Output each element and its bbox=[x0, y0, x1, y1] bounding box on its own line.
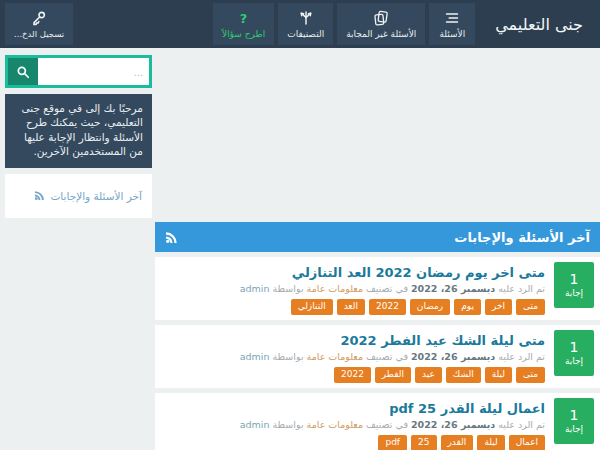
tag[interactable]: اخر bbox=[485, 299, 512, 315]
navbar: جنى التعليمي الأسئلة الأسئلة غير المجابة… bbox=[0, 0, 600, 48]
meta-date: ديسمبر 26، 2022 bbox=[411, 419, 495, 430]
question-row: 1 إجابة متى اخر يوم رمضان 2022 العد التن… bbox=[155, 257, 600, 320]
tag[interactable]: متى bbox=[516, 299, 545, 315]
meta-prefix: تم الرد عليه bbox=[498, 351, 545, 362]
tag[interactable]: متى bbox=[516, 367, 545, 383]
tag-list: اعمال ليلة القدر 25 pdf bbox=[161, 435, 545, 450]
answer-count: 1 bbox=[570, 339, 579, 356]
question-list: 1 إجابة متى اخر يوم رمضان 2022 العد التن… bbox=[155, 257, 600, 450]
search-button[interactable] bbox=[8, 58, 38, 85]
tag[interactable]: التنازلي bbox=[291, 299, 333, 315]
main-header: آخر الأسئلة والإجابات bbox=[155, 222, 600, 252]
tag[interactable]: ليلة bbox=[477, 435, 504, 450]
pages-icon bbox=[373, 10, 389, 27]
list-icon bbox=[444, 10, 460, 27]
welcome-message: مرحبًا بك إلى في موقع جنى التعليمي، حيث … bbox=[5, 94, 152, 168]
nav-item-label: التصنيفات bbox=[287, 29, 324, 39]
meta-date: ديسمبر 26، 2022 bbox=[411, 351, 495, 362]
tag[interactable]: رمضان bbox=[410, 299, 450, 315]
question-title-link[interactable]: متى اخر يوم رمضان 2022 العد التنازلي bbox=[292, 265, 545, 281]
answer-count: 1 bbox=[570, 407, 579, 424]
rss-feed-icon[interactable] bbox=[165, 231, 178, 244]
question-mark-icon: ? bbox=[240, 10, 248, 27]
page-content: مرحبًا بك إلى في موقع جنى التعليمي، حيث … bbox=[0, 48, 600, 450]
meta-in-category: في تصنيف bbox=[366, 283, 408, 294]
category-link[interactable]: معلومات عامة bbox=[307, 283, 363, 294]
question-row: 1 إجابة اعمال ليلة القدر 25 pdf تم الرد … bbox=[155, 393, 600, 450]
tag[interactable]: اعمال bbox=[509, 435, 545, 450]
answer-count-badge: 1 إجابة bbox=[554, 330, 594, 376]
category-link[interactable]: معلومات عامة bbox=[307, 419, 363, 430]
page-title: آخر الأسئلة والإجابات bbox=[454, 230, 590, 245]
tag[interactable]: الفطر bbox=[375, 367, 411, 383]
meta-prefix: تم الرد عليه bbox=[498, 419, 545, 430]
nav-item-label: اطرح سؤالاً bbox=[222, 29, 265, 39]
question-meta: تم الرد عليه ديسمبر 26، 2022 في تصنيف مع… bbox=[161, 351, 545, 363]
rss-icon bbox=[34, 190, 45, 201]
meta-in-category: في تصنيف bbox=[366, 419, 408, 430]
answer-count-badge: 1 إجابة bbox=[554, 398, 594, 444]
answer-count: 1 bbox=[570, 271, 579, 288]
sidebar-link-label: آخر الأسئلة والإجابات bbox=[50, 190, 142, 202]
nav-item-categories[interactable]: التصنيفات bbox=[278, 3, 333, 45]
meta-in-category: في تصنيف bbox=[366, 351, 408, 362]
user-link[interactable]: admin bbox=[240, 419, 270, 430]
search-box bbox=[5, 55, 152, 88]
tag-list: متى ليلة الشك عيد الفطر 2022 bbox=[161, 367, 545, 383]
meta-date: ديسمبر 26، 2022 bbox=[411, 283, 495, 294]
search-icon bbox=[16, 65, 30, 79]
tag[interactable]: يوم bbox=[454, 299, 481, 315]
sidebar-nav: آخر الأسئلة والإجابات bbox=[5, 174, 152, 218]
category-link[interactable]: معلومات عامة bbox=[307, 351, 363, 362]
question-meta: تم الرد عليه ديسمبر 26، 2022 في تصنيف مع… bbox=[161, 419, 545, 431]
meta-by: بواسطة bbox=[272, 419, 303, 430]
search-input[interactable] bbox=[38, 58, 149, 85]
answer-count-badge: 1 إجابة bbox=[554, 262, 594, 308]
question-meta: تم الرد عليه ديسمبر 26، 2022 في تصنيف مع… bbox=[161, 283, 545, 295]
main-spacer bbox=[155, 55, 600, 222]
sidebar-item-latest-questions[interactable]: آخر الأسئلة والإجابات bbox=[15, 190, 142, 202]
nav-item-ask-question[interactable]: ? اطرح سؤالاً bbox=[213, 3, 274, 45]
nav-item-questions[interactable]: الأسئلة bbox=[429, 3, 475, 45]
tag[interactable]: 2022 bbox=[334, 367, 371, 383]
site-title: جنى التعليمي bbox=[495, 15, 583, 34]
main-area: آخر الأسئلة والإجابات 1 إجابة متى اخر يو… bbox=[155, 55, 600, 450]
tag[interactable]: 2022 bbox=[369, 299, 406, 315]
question-row: 1 إجابة متى ليلة الشك عيد الفطر 2022 تم … bbox=[155, 325, 600, 388]
tag[interactable]: ليلة bbox=[485, 367, 512, 383]
meta-prefix: تم الرد عليه bbox=[498, 283, 545, 294]
login-button[interactable]: تسجيل الدخ... bbox=[5, 3, 73, 45]
tag-list: متى اخر يوم رمضان 2022 العد التنازلي bbox=[161, 299, 545, 315]
meta-by: بواسطة bbox=[272, 351, 303, 362]
tag[interactable]: القدر bbox=[441, 435, 474, 450]
question-content: متى اخر يوم رمضان 2022 العد التنازلي تم … bbox=[161, 262, 545, 315]
answer-count-label: إجابة bbox=[565, 288, 583, 299]
user-link[interactable]: admin bbox=[240, 351, 270, 362]
tag[interactable]: الشك bbox=[446, 367, 481, 383]
question-title-link[interactable]: اعمال ليلة القدر 25 pdf bbox=[389, 401, 545, 417]
site-brand[interactable]: جنى التعليمي bbox=[477, 0, 597, 48]
question-title-link[interactable]: متى ليلة الشك عيد الفطر 2022 bbox=[340, 333, 545, 349]
sidebar: مرحبًا بك إلى في موقع جنى التعليمي، حيث … bbox=[5, 55, 152, 218]
answer-count-label: إجابة bbox=[565, 356, 583, 367]
tag[interactable]: العد bbox=[337, 299, 365, 315]
question-content: متى ليلة الشك عيد الفطر 2022 تم الرد علي… bbox=[161, 330, 545, 383]
key-icon bbox=[31, 10, 47, 27]
login-label: تسجيل الدخ... bbox=[14, 29, 64, 39]
nav-item-label: الأسئلة bbox=[439, 29, 465, 39]
nav-item-unanswered[interactable]: الأسئلة غير المجابة bbox=[337, 3, 425, 45]
answer-count-label: إجابة bbox=[565, 424, 583, 435]
tag[interactable]: 25 bbox=[411, 435, 436, 450]
nav-item-label: الأسئلة غير المجابة bbox=[346, 29, 416, 39]
meta-by: بواسطة bbox=[272, 283, 303, 294]
tag[interactable]: عيد bbox=[415, 367, 442, 383]
user-link[interactable]: admin bbox=[240, 283, 270, 294]
share-icon bbox=[298, 10, 314, 27]
question-content: اعمال ليلة القدر 25 pdf تم الرد عليه ديس… bbox=[161, 398, 545, 450]
tag[interactable]: pdf bbox=[378, 435, 407, 450]
